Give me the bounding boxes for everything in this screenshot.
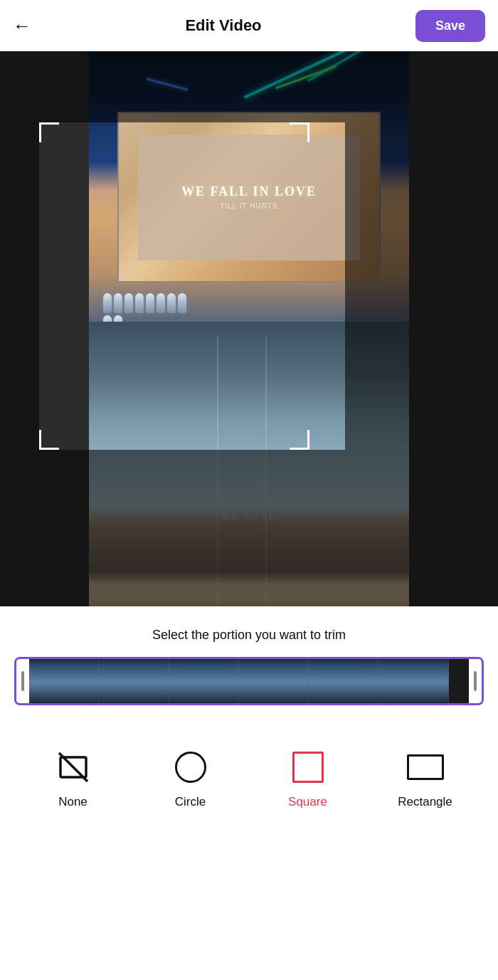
none-icon — [54, 748, 92, 786]
pin — [135, 293, 144, 313]
crop-corner-bl — [39, 430, 59, 450]
timeline-frame-6 — [379, 659, 449, 703]
timeline-section: Select the portion you want to trim — [0, 606, 498, 712]
shape-selector: None Circle Square Rectangle — [0, 727, 498, 831]
pin — [146, 293, 154, 313]
back-button[interactable]: ← — [13, 16, 31, 35]
circle-icon — [171, 748, 210, 786]
pin — [124, 293, 133, 313]
timeline-frames — [29, 659, 449, 703]
shape-item-square[interactable]: Square — [249, 748, 366, 809]
overlay-bottom — [0, 450, 498, 606]
rectangle-shape — [407, 754, 444, 780]
crop-corner-tl — [39, 122, 59, 142]
projector-screen: WE FALL IN LOVE TILL IT HURTS — [117, 112, 381, 283]
screen-text-line2: TILL IT HURTS — [220, 202, 277, 210]
timeline-frame-2 — [99, 659, 169, 703]
rectangle-label: Rectangle — [398, 795, 452, 809]
screen-content: WE FALL IN LOVE TILL IT HURTS — [138, 135, 359, 260]
square-label: Square — [288, 795, 327, 809]
pin — [157, 293, 165, 313]
page-title: Edit Video — [185, 16, 261, 35]
none-svg — [58, 752, 89, 783]
timeline-dark-end — [449, 659, 469, 703]
overlay-right — [345, 122, 498, 450]
handle-bar-left — [21, 671, 24, 691]
timeline-frame-3 — [169, 659, 239, 703]
overlay-left — [0, 122, 39, 450]
timeline-handle-left[interactable] — [16, 659, 29, 703]
pin — [103, 293, 112, 313]
handle-bar-right — [474, 671, 477, 691]
square-icon — [289, 748, 327, 786]
square-shape — [292, 752, 324, 783]
shape-item-rectangle[interactable]: Rectangle — [366, 748, 484, 809]
timeline-strip[interactable] — [14, 657, 484, 705]
overlay-top — [0, 51, 498, 122]
trim-label: Select the portion you want to trim — [0, 628, 498, 643]
circle-shape — [175, 752, 206, 783]
none-label: None — [58, 795, 88, 809]
timeline-frame-4 — [239, 659, 309, 703]
pin — [178, 293, 186, 313]
screen-text-line1: WE FALL IN LOVE — [181, 184, 317, 199]
shape-item-circle[interactable]: Circle — [132, 748, 249, 809]
header: ← Edit Video Save — [0, 0, 498, 51]
circle-label: Circle — [175, 795, 206, 809]
timeline-frame-1 — [29, 659, 99, 703]
save-button[interactable]: Save — [415, 10, 485, 42]
video-area: WE FALL IN LOVE TILL IT HURTS WE LOVE — [0, 51, 498, 606]
pin — [114, 293, 122, 313]
timeline-handle-right[interactable] — [469, 659, 482, 703]
rectangle-icon — [406, 748, 445, 786]
pin — [167, 293, 176, 313]
timeline-frame-5 — [309, 659, 378, 703]
shape-item-none[interactable]: None — [14, 748, 132, 809]
